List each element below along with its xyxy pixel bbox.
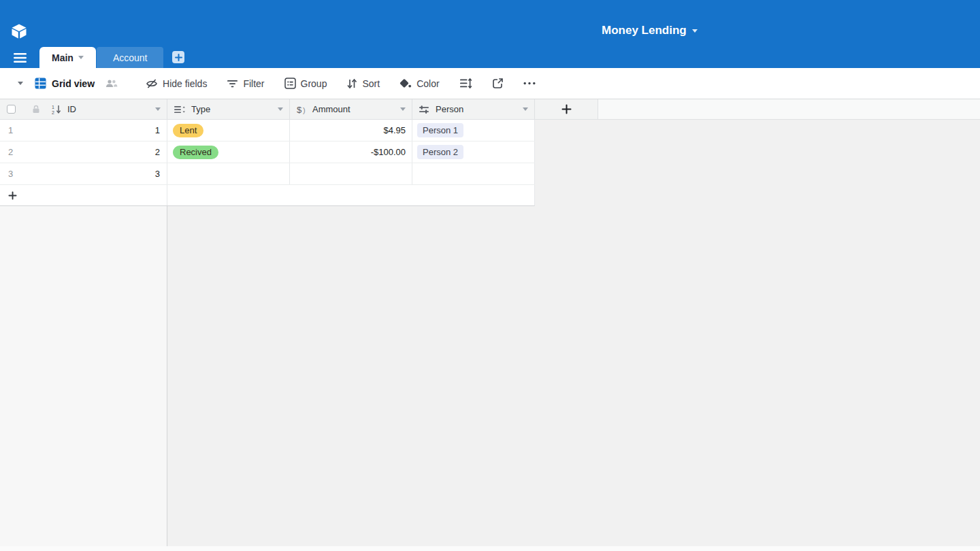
svg-text:$: $ xyxy=(297,105,302,115)
column-name: Type xyxy=(191,104,210,114)
teable-logo-icon[interactable] xyxy=(10,22,28,40)
filter-label: Filter xyxy=(243,78,264,89)
person-badge: Person 2 xyxy=(417,145,463,159)
column-menu-icon[interactable] xyxy=(523,107,528,111)
horizontal-scrollbar-track[interactable] xyxy=(0,546,980,551)
type-cell[interactable]: Lent xyxy=(167,120,290,141)
base-title-label: Money Lending xyxy=(602,24,687,37)
group-button[interactable]: Group xyxy=(284,78,327,89)
add-record-row[interactable] xyxy=(0,185,535,206)
svg-text:1: 1 xyxy=(52,105,54,110)
app-window: Money Lending Main Account xyxy=(0,0,980,551)
column-name: Ammount xyxy=(312,104,350,114)
paint-bucket-icon xyxy=(399,78,412,89)
sort-icon xyxy=(346,78,357,89)
person-badge: Person 1 xyxy=(417,123,463,137)
hide-fields-label: Hide fields xyxy=(163,78,207,89)
grid-header: 1 2 ID xyxy=(0,99,980,120)
ellipsis-icon xyxy=(523,82,536,85)
collapse-views-icon[interactable] xyxy=(15,82,26,85)
share-icon xyxy=(492,78,504,89)
collaborators-icon[interactable] xyxy=(105,78,118,89)
tab-account-label: Account xyxy=(113,52,148,63)
amount-value: $4.95 xyxy=(290,125,412,135)
tab-main[interactable]: Main xyxy=(39,47,96,68)
grid-empty-area xyxy=(0,206,980,551)
row-id-cell[interactable]: 3 3 xyxy=(0,163,167,184)
color-label: Color xyxy=(416,78,439,89)
person-cell[interactable]: Person 2 xyxy=(412,141,535,163)
menu-icon[interactable] xyxy=(0,47,39,68)
column-menu-icon[interactable] xyxy=(400,107,406,111)
row-id-cell[interactable]: 1 1 xyxy=(0,120,167,141)
chevron-down-icon xyxy=(78,56,84,59)
view-toolbar: Grid view Hide fields xyxy=(0,68,980,99)
view-switcher[interactable]: Grid view xyxy=(35,78,95,89)
column-header-person[interactable]: Person xyxy=(412,99,535,119)
lock-icon xyxy=(32,105,40,114)
id-value: 2 xyxy=(155,147,160,157)
tab-main-label: Main xyxy=(52,52,74,63)
more-options-button[interactable] xyxy=(523,82,536,85)
table-tabs: Main Account xyxy=(0,47,980,68)
column-header-ammount[interactable]: $ ) Ammount xyxy=(290,99,412,119)
row-number: 2 xyxy=(8,147,13,157)
table-row[interactable]: 1 1 Lent $4.95 Person 1 xyxy=(0,120,535,141)
filter-icon xyxy=(227,78,238,89)
group-icon xyxy=(284,78,296,89)
eye-off-icon xyxy=(146,78,158,90)
type-cell[interactable] xyxy=(167,163,290,184)
column-header-type[interactable]: Type xyxy=(167,99,290,119)
row-number: 3 xyxy=(8,169,13,179)
add-table-button[interactable] xyxy=(172,51,184,63)
auto-number-field-icon: 1 2 xyxy=(51,104,62,114)
share-view-button[interactable] xyxy=(492,78,504,89)
sort-label: Sort xyxy=(362,78,380,89)
add-field-button[interactable] xyxy=(535,99,598,119)
plus-icon xyxy=(561,104,572,114)
table-row[interactable]: 2 2 Recived -$100.00 Person 2 xyxy=(0,141,535,163)
select-all-checkbox[interactable] xyxy=(7,105,16,114)
svg-text:2: 2 xyxy=(52,110,54,115)
hide-fields-button[interactable]: Hide fields xyxy=(146,78,207,90)
filter-button[interactable]: Filter xyxy=(227,78,264,89)
grid-background xyxy=(167,206,980,551)
column-divider xyxy=(167,185,167,205)
grid-view-icon xyxy=(35,78,46,89)
row-height-button[interactable] xyxy=(459,78,472,89)
grid-view: 1 2 ID xyxy=(0,99,980,551)
chevron-down-icon xyxy=(692,29,698,33)
amount-cell[interactable]: $4.95 xyxy=(290,120,412,141)
single-select-field-icon xyxy=(174,104,186,115)
amount-value: -$100.00 xyxy=(290,147,412,157)
plus-icon xyxy=(8,191,17,200)
sort-button[interactable]: Sort xyxy=(346,78,380,89)
color-button[interactable]: Color xyxy=(399,78,439,89)
column-name: Person xyxy=(436,104,463,114)
select-field-icon xyxy=(419,104,430,115)
view-name-label: Grid view xyxy=(52,78,95,89)
type-cell[interactable]: Recived xyxy=(167,141,290,163)
person-cell[interactable] xyxy=(412,163,535,184)
amount-cell[interactable] xyxy=(290,163,412,184)
amount-cell[interactable]: -$100.00 xyxy=(290,141,412,163)
id-value: 1 xyxy=(155,125,160,135)
row-number: 1 xyxy=(8,125,13,135)
row-height-icon xyxy=(459,78,472,89)
currency-field-icon: $ ) xyxy=(296,104,307,115)
column-menu-icon[interactable] xyxy=(155,107,161,111)
tab-account[interactable]: Account xyxy=(97,47,164,68)
row-id-cell[interactable]: 2 2 xyxy=(0,141,167,163)
column-name: ID xyxy=(67,104,76,114)
frozen-column-background xyxy=(0,206,167,551)
base-title[interactable]: Money Lending xyxy=(602,24,698,37)
group-label: Group xyxy=(301,78,327,89)
svg-text:): ) xyxy=(303,105,306,114)
table-row[interactable]: 3 3 xyxy=(0,163,535,185)
id-value: 3 xyxy=(155,169,160,179)
top-bar: Money Lending Main Account xyxy=(0,0,980,68)
select-option-badge: Lent xyxy=(173,124,203,137)
person-cell[interactable]: Person 1 xyxy=(412,120,535,141)
column-menu-icon[interactable] xyxy=(278,107,283,111)
column-header-id[interactable]: 1 2 ID xyxy=(0,99,167,119)
